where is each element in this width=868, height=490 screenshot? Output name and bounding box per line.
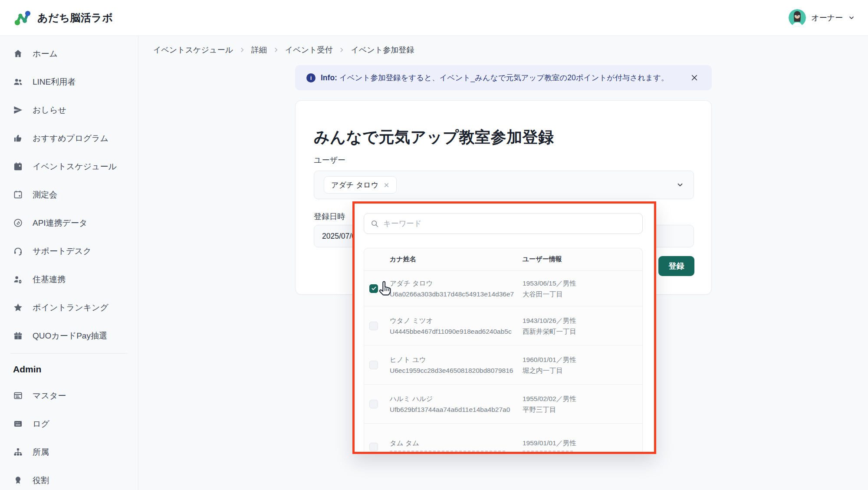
sidebar-item-juki-link[interactable]: 住基連携 (0, 265, 138, 293)
star-icon (13, 303, 23, 312)
sidebar-item-label: API連携データ (33, 217, 88, 229)
sidebar-item-label: イベントスケジュール (33, 161, 117, 172)
log-console-icon (13, 419, 23, 429)
user-name: ハルミ ハルジ (390, 393, 523, 404)
chevron-right-icon (239, 47, 245, 53)
sidebar-item-master[interactable]: マスター (0, 381, 138, 410)
clipped-user-id (390, 451, 506, 452)
sidebar-item-label: マスター (33, 390, 66, 401)
users-icon (13, 77, 23, 87)
info-banner: i Info: イベント参加登録をすると、イベント_みんなで元気アップ教室の20… (295, 65, 712, 90)
badge-icon (13, 475, 23, 485)
banner-text: Info: イベント参加登録をすると、イベント_みんなで元気アップ教室の20ポイ… (321, 72, 668, 83)
sidebar-item-label: サポートデスク (33, 246, 92, 257)
row-checkbox[interactable] (369, 322, 378, 330)
sidebar-item-news[interactable]: おしらせ (0, 96, 138, 124)
column-header-kana-name: カナ姓名 (390, 255, 523, 263)
user-address: 西新井栄町一丁目 (523, 326, 642, 337)
api-plug-icon (13, 218, 23, 228)
sidebar-item-label: 所属 (33, 447, 49, 458)
sidebar-item-recommended-programs[interactable]: おすすめプログラム (0, 124, 138, 152)
selected-user-chip: アダチ タロウ (324, 176, 397, 194)
clipped-user-address (523, 451, 574, 452)
user-id: Ufb629bf13744aa74a6d11e14ba4b27a0 (390, 404, 523, 415)
sidebar-item-label: LINE利用者 (33, 76, 76, 88)
user-name: アダチ タロウ (390, 278, 523, 289)
banner-prefix: Info: (321, 73, 337, 82)
column-header-user-info: ユーザー情報 (523, 255, 562, 263)
chevron-right-icon (273, 47, 279, 53)
sidebar-item-label: 測定会 (33, 189, 57, 201)
sidebar-item-role[interactable]: 役割 (0, 466, 138, 490)
chip-remove-button[interactable] (384, 182, 389, 188)
sidebar-admin-heading: Admin (0, 357, 138, 381)
chevron-down-icon (676, 181, 684, 189)
org-tree-icon (13, 447, 23, 457)
table-row[interactable]: ウタノ ミツオ U4445bbe467df11090e918ead6240ab5… (364, 306, 642, 345)
user-select[interactable]: アダチ タロウ (314, 171, 694, 199)
close-icon (384, 182, 389, 188)
calendar-outline-icon (13, 190, 23, 200)
sidebar-item-label: ポイントランキング (33, 302, 108, 313)
table-header: カナ姓名 ユーザー情報 (364, 248, 642, 271)
user-birth-gender: 1959/01/01／男性 (523, 437, 642, 448)
row-checkbox-checked[interactable] (369, 284, 378, 293)
sidebar-item-affiliation[interactable]: 所属 (0, 438, 138, 466)
sidebar-item-event-schedule[interactable]: イベントスケジュール (0, 152, 138, 181)
table-row[interactable]: ハルミ ハルジ Ufb629bf13744aa74a6d11e14ba4b27a… (364, 385, 642, 424)
sidebar-item-label: ホーム (33, 48, 58, 59)
table-row[interactable]: ヒノト ユウ U6ec1959cc28d3e465081820bd8079816… (364, 345, 642, 385)
chip-label: アダチ タロウ (331, 180, 378, 190)
submit-button[interactable]: 登録 (658, 256, 694, 276)
table-row[interactable]: アダチ タロウ U6a0266a303db317d48c54913e14d36e… (364, 271, 642, 306)
breadcrumb-item-detail[interactable]: 詳細 (251, 45, 267, 55)
app-title: あだち脳活ラボ (37, 11, 113, 25)
user-picker-dropdown: カナ姓名 ユーザー情報 アダチ タロウ U6a0266a303db317d48c… (352, 201, 656, 454)
row-checkbox[interactable] (369, 361, 378, 369)
sidebar-item-label: おしらせ (33, 105, 66, 116)
sidebar-item-api-data[interactable]: API連携データ (0, 209, 138, 237)
check-icon (371, 286, 377, 291)
breadcrumb: イベントスケジュール 詳細 イベント受付 イベント参加登録 (153, 45, 414, 55)
user-name: ウタノ ミツオ (390, 315, 523, 326)
sidebar-item-quo-card-pay[interactable]: QUOカードPay抽選 (0, 322, 138, 350)
search-input[interactable] (383, 219, 636, 228)
home-icon (13, 49, 23, 59)
row-checkbox[interactable] (369, 400, 378, 408)
sidebar-item-log[interactable]: ログ (0, 410, 138, 438)
table-row[interactable]: タム タム 1959/01/01／男性 (364, 424, 642, 452)
user-address: 大谷田一丁目 (523, 289, 642, 299)
send-icon (13, 105, 23, 115)
sidebar-divider (10, 353, 128, 354)
master-list-icon (13, 391, 23, 401)
sidebar-item-label: おすすめプログラム (33, 133, 108, 144)
breadcrumb-item-current: イベント参加登録 (351, 45, 414, 55)
breadcrumb-item-event-schedule[interactable]: イベントスケジュール (153, 45, 233, 55)
sidebar-item-measurement[interactable]: 測定会 (0, 181, 138, 209)
user-address: 平野三丁目 (523, 404, 642, 415)
user-field-label: ユーザー (314, 155, 345, 165)
sidebar-item-point-ranking[interactable]: ポイントランキング (0, 293, 138, 322)
user-menu[interactable]: オーナー (789, 9, 855, 26)
sidebar-item-line-users[interactable]: LINE利用者 (0, 68, 138, 96)
banner-message: イベント参加登録をすると、イベント_みんなで元気アップ教室の20ポイントが付与さ… (339, 73, 669, 82)
chevron-right-icon (339, 47, 345, 53)
user-id: U4445bbe467df11090e918ead6240ab5c (390, 326, 523, 337)
breadcrumb-item-event-reception[interactable]: イベント受付 (285, 45, 333, 55)
user-id: U6a0266a303db317d48c54913e14d36e7 (390, 289, 523, 299)
person-gear-icon (13, 274, 23, 284)
app-logo-icon (13, 9, 31, 27)
sidebar-item-home[interactable]: ホーム (0, 39, 138, 68)
headset-icon (13, 246, 23, 256)
row-checkbox[interactable] (369, 443, 378, 451)
user-birth-gender: 1955/02/02／男性 (523, 393, 642, 404)
sidebar-item-support-desk[interactable]: サポートデスク (0, 237, 138, 265)
sidebar-item-label: 役割 (33, 475, 49, 486)
banner-close-button[interactable] (688, 72, 700, 84)
datetime-field-label: 登録日時 (314, 211, 345, 222)
user-birth-gender: 1943/10/26／男性 (523, 315, 642, 326)
search-icon (370, 219, 379, 228)
user-role-label: オーナー (811, 13, 843, 23)
user-avatar (789, 9, 806, 26)
close-icon (690, 74, 698, 82)
